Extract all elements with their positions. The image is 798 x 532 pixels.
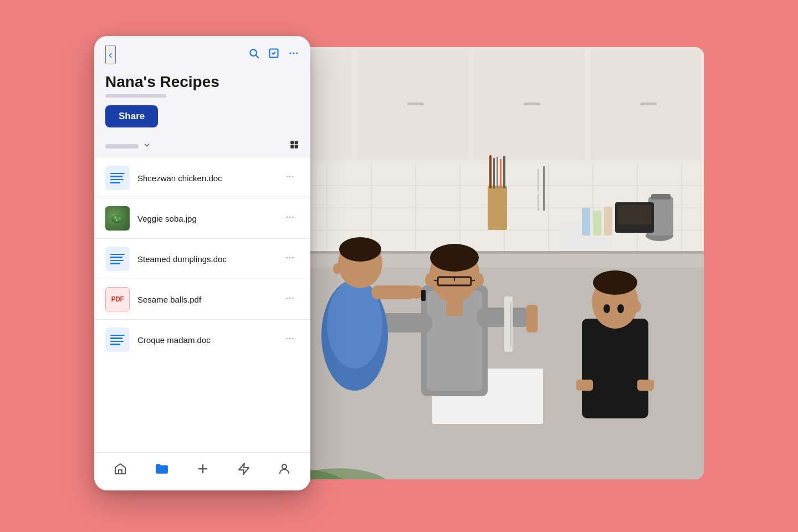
svg-point-110 (289, 297, 291, 299)
top-actions (248, 48, 299, 62)
list-item[interactable]: Shcezwan chicken.doc (94, 158, 310, 198)
file-more-button[interactable] (280, 250, 299, 268)
svg-point-89 (293, 53, 295, 54)
svg-point-114 (292, 337, 294, 339)
grid-view-icon[interactable] (289, 140, 299, 152)
svg-rect-91 (290, 141, 294, 144)
list-item[interactable]: PDF Sesame balls.pdf (94, 279, 310, 320)
svg-point-95 (286, 176, 288, 177)
svg-point-102 (116, 219, 117, 221)
header-section: Nana's Recipes Share (94, 69, 310, 134)
svg-point-88 (290, 53, 291, 54)
search-icon[interactable] (248, 48, 259, 62)
nav-item-home[interactable] (107, 460, 134, 481)
svg-point-97 (292, 176, 294, 177)
file-name: Croque madam.doc (137, 335, 280, 345)
list-item[interactable]: Croque madam.doc (94, 320, 310, 360)
file-more-button[interactable] (280, 210, 299, 227)
svg-point-96 (289, 176, 291, 177)
person-icon (278, 462, 291, 479)
svg-point-108 (292, 257, 294, 258)
svg-point-105 (292, 216, 294, 218)
nav-item-profile[interactable] (271, 460, 298, 481)
doc-icon (105, 166, 130, 190)
nav-item-add[interactable] (190, 460, 216, 481)
file-more-button[interactable] (280, 291, 299, 308)
svg-point-113 (289, 337, 291, 339)
mobile-app-card: ‹ (94, 36, 310, 490)
filter-left (105, 141, 151, 151)
svg-point-109 (286, 297, 288, 299)
file-more-button[interactable] (280, 170, 299, 187)
svg-point-104 (289, 216, 291, 218)
folder-icon (154, 462, 168, 479)
svg-rect-93 (290, 145, 294, 149)
chevron-down-icon[interactable] (143, 141, 151, 151)
svg-rect-92 (295, 141, 298, 144)
file-list: Shcezwan chicken.doc (94, 158, 310, 452)
svg-point-106 (286, 257, 288, 258)
svg-point-112 (286, 337, 288, 339)
more-icon[interactable] (288, 48, 299, 62)
svg-line-86 (256, 55, 259, 58)
img-icon (105, 206, 130, 231)
file-name: Sesame balls.pdf (137, 295, 280, 304)
nav-item-activity[interactable] (231, 460, 257, 481)
file-name: Veggie soba.jpg (137, 214, 280, 223)
top-bar: ‹ (94, 36, 310, 69)
bottom-nav (94, 452, 310, 490)
file-name: Steamed dumplings.doc (137, 254, 280, 264)
svg-point-100 (114, 216, 117, 219)
plus-icon (196, 462, 209, 479)
svg-point-103 (286, 216, 288, 218)
home-icon (114, 462, 127, 479)
svg-rect-115 (119, 470, 122, 474)
svg-point-119 (282, 464, 287, 469)
filter-bar (94, 134, 310, 158)
file-name: Shcezwan chicken.doc (137, 173, 280, 183)
svg-point-101 (119, 217, 121, 219)
check-icon[interactable] (268, 48, 279, 62)
svg-point-90 (296, 53, 298, 54)
file-more-button[interactable] (280, 331, 299, 349)
svg-marker-118 (239, 463, 249, 474)
svg-rect-94 (295, 145, 298, 149)
folder-title: Nana's Recipes (105, 73, 299, 91)
list-item[interactable]: Veggie soba.jpg (94, 198, 310, 239)
share-button[interactable]: Share (105, 105, 158, 127)
subtitle-bar (105, 94, 166, 98)
list-item[interactable]: Steamed dumplings.doc (94, 239, 310, 279)
back-button[interactable]: ‹ (105, 45, 116, 64)
doc-icon (105, 328, 130, 352)
svg-point-107 (289, 257, 291, 258)
svg-point-99 (112, 215, 122, 222)
filter-pill (105, 144, 139, 149)
doc-icon (105, 247, 130, 271)
svg-point-111 (292, 297, 294, 299)
scene: ‹ (94, 25, 704, 507)
nav-item-files[interactable] (147, 459, 175, 482)
pdf-icon: PDF (105, 287, 130, 311)
flash-icon (237, 462, 250, 479)
